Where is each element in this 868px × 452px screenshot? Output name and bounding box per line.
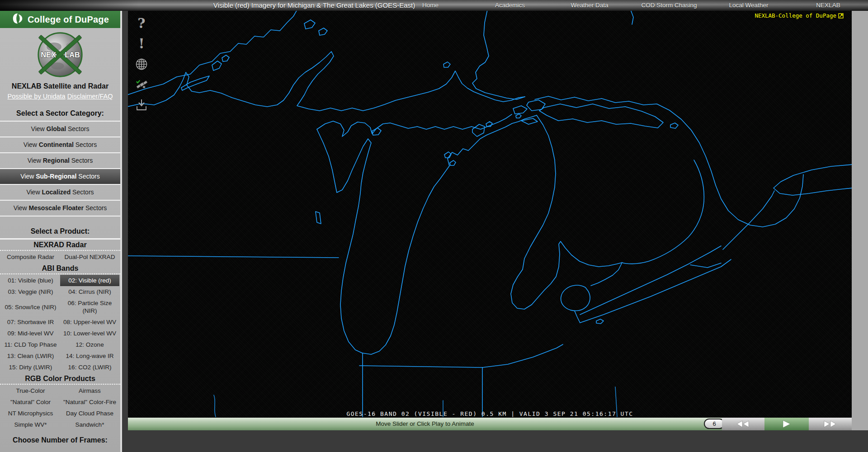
rewind-button[interactable] [722,418,764,430]
product-band-11-cld-top-phase[interactable]: 11: CLD Top Phase [1,339,60,350]
product-band-01-visible-blue[interactable]: 01: Visible (blue) [1,275,60,286]
product-day-cloud-phase[interactable]: Day Cloud Phase [60,408,119,419]
nav-item-academics[interactable]: Academics [470,0,550,11]
nexlab-logo-nex: NEX [41,51,56,59]
sector-view-sub-regional[interactable]: View Sub-Regional Sectors [0,169,120,185]
product-band-02-visible-red[interactable]: 02: Visible (red) [60,275,119,286]
fast-forward-button[interactable] [809,418,852,430]
sector-view-mesoscale-floater[interactable]: View Mesoscale Floater Sectors [0,201,120,217]
product-band-15-dirty-lwir[interactable]: 15: Dirty (LWIR) [1,362,60,373]
download-icon[interactable] [135,99,148,111]
external-link-icon [838,13,844,19]
help-icon[interactable]: ? [135,17,148,30]
sector-view-continental[interactable]: View Continental Sectors [0,137,120,153]
college-of-dupage-banner[interactable]: College of DuPage [0,11,120,28]
sidebar: College of DuPage [0,11,122,452]
product-dual-pol-nexrad[interactable]: Dual-Pol NEXRAD [60,251,119,263]
nav-item-cod-storm-chasing[interactable]: COD Storm Chasing [629,0,709,11]
product-band-16-co2-lwir[interactable]: 16: CO2 (LWIR) [60,362,119,373]
alert-icon[interactable]: ! [135,38,148,50]
great-lakes-outline-map [128,11,852,418]
product-band-13-clean-lwir[interactable]: 13: Clean (LWIR) [1,350,60,362]
nav-item-weather-data[interactable]: Weather Data [550,0,629,11]
product-band-07-shortwave-ir[interactable]: 07: Shortwave IR [1,316,60,328]
product-band-14-long-wave-ir[interactable]: 14: Long-wave IR [60,350,119,362]
product-band-06-particle-size[interactable]: 06: Particle Size (NIR) [60,297,119,316]
product-band-12-ozone[interactable]: 12: Ozone [60,339,119,350]
globe-icon[interactable] [135,58,148,71]
product-natural-color[interactable]: "Natural" Color [1,396,60,408]
satellite-map-viewport[interactable]: ? ! [128,11,852,418]
college-of-dupage-logo-icon [11,12,24,27]
product-airmass[interactable]: Airmass [60,385,119,396]
right-gutter [852,11,868,430]
credit-links: Possible by Unidata Disclaimer/FAQ [0,93,120,100]
sector-list: View Global Sectors View Continental Sec… [0,121,120,217]
link-disclaimer-faq[interactable]: Disclaimer/FAQ [67,93,113,100]
app-title: NEXLAB Satellite and Radar [0,82,120,90]
frames-heading: Choose Number of Frames: [0,436,120,444]
animation-slider-track[interactable]: Move Slider or Click Play to Animate [128,418,722,430]
section-rgb-color-products: RGB Color Products [0,373,120,385]
nexrad-product-grid: Composite Radar Dual-Pol NEXRAD [0,251,120,263]
product-band-09-mid-level-wv[interactable]: 09: Mid-level WV [1,328,60,339]
product-band-10-lower-level-wv[interactable]: 10: Lower-level WV [60,328,119,339]
top-nav-bar: Visible (red) Imagery for Michigan & The… [0,0,868,11]
map-credit-text: NEXLAB-College of DuPage [755,12,836,19]
nav-menu: Home Academics Weather Data COD Storm Ch… [391,0,868,11]
product-true-color[interactable]: True-Color [1,385,60,396]
product-band-04-cirrus[interactable]: 04: Cirrus (NIR) [60,286,119,297]
product-nt-microphysics[interactable]: NT Microphysics [1,408,60,419]
abi-band-grid: 01: Visible (blue) 02: Visible (red) 03:… [0,274,120,373]
play-icon [782,420,791,428]
college-of-dupage-name: College of DuPage [28,14,109,25]
link-possible-by-unidata[interactable]: Possible by Unidata [8,93,66,100]
play-button[interactable] [764,418,809,430]
map-credit: NEXLAB-College of DuPage [755,12,844,19]
sector-view-regional[interactable]: View Regional Sectors [0,153,120,169]
nexlab-logo[interactable]: NEX LAB [36,30,85,81]
rewind-icon [736,420,751,428]
product-band-08-upper-level-wv[interactable]: 08: Upper-level WV [60,316,119,328]
image-caption: GOES-16 BAND 02 (VISIBLE - RED) 0.5 KM |… [128,410,852,417]
fast-forward-icon [823,420,838,428]
nav-item-nexlab[interactable]: NEXLAB [788,0,868,11]
product-band-03-veggie[interactable]: 03: Veggie (NIR) [1,286,60,297]
section-abi-bands: ABI Bands [0,263,120,274]
sector-view-global[interactable]: View Global Sectors [0,122,120,137]
nav-item-home[interactable]: Home [391,0,470,11]
nav-item-local-weather[interactable]: Local Weather [709,0,788,11]
nexlab-logo-lab: LAB [65,51,80,59]
sector-view-localized[interactable]: View Localized Sectors [0,185,120,201]
product-heading: Select a Product: [0,227,120,235]
animation-control-bar: Move Slider or Click Play to Animate 6 [128,418,852,430]
product-band-05-snow-ice[interactable]: 05: Snow/Ice (NIR) [1,301,60,313]
product-composite-radar[interactable]: Composite Radar [1,251,60,263]
section-nexrad-radar: NEXRAD Radar [0,238,120,251]
map-toolbar: ? ! [135,17,148,111]
product-simple-wv[interactable]: Simple WV* [1,419,60,430]
product-sandwich[interactable]: Sandwich* [60,419,119,430]
satellite-icon[interactable] [135,78,148,91]
rgb-product-grid: True-Color Airmass "Natural" Color "Natu… [0,385,120,431]
sector-category-heading: Select a Sector Category: [0,109,120,118]
product-natural-color-fire[interactable]: "Natural" Color-Fire [60,396,119,408]
